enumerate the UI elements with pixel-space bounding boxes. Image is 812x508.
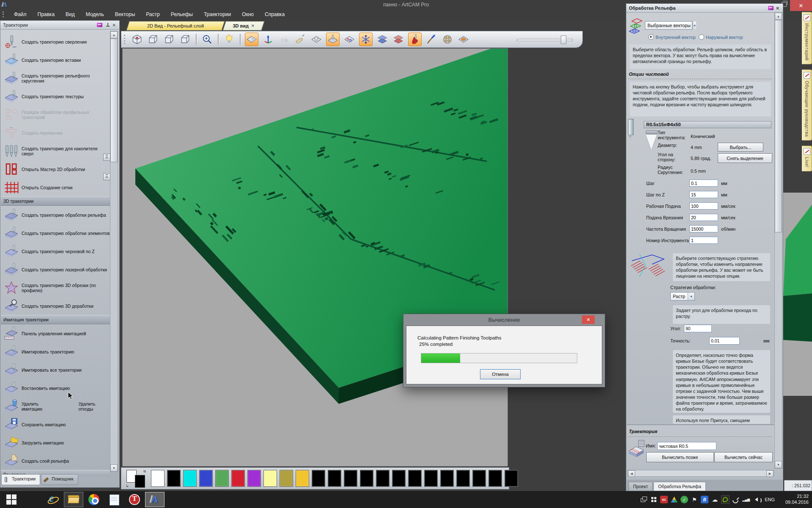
left-panel-item[interactable]: Создать траекторию 3D обрезки (по профил… <box>1 279 110 297</box>
tray-icon[interactable] <box>732 496 740 503</box>
palette-swatch[interactable] <box>167 470 181 487</box>
calculate-later-button[interactable]: Вычислить позже <box>646 452 714 462</box>
palette-swatch[interactable] <box>360 470 373 487</box>
cancel-button[interactable]: Отмена <box>480 369 521 379</box>
palette-swatch[interactable] <box>392 470 406 487</box>
scroll-up-icon[interactable]: ▲ <box>110 31 118 39</box>
slider-thumb[interactable] <box>561 36 566 44</box>
toolbar-button[interactable] <box>310 33 323 46</box>
close-window-button[interactable]: ✕ <box>790 0 812 11</box>
side-tab[interactable]: Live! <box>802 146 812 171</box>
pin-icon[interactable] <box>106 22 110 28</box>
palette-swatch[interactable] <box>247 470 261 487</box>
palette-swatch[interactable] <box>440 470 454 487</box>
toolbar-button[interactable] <box>343 33 356 46</box>
left-panel-item[interactable]: 3D траектории <box>1 196 110 206</box>
palette-swatch[interactable] <box>344 470 357 487</box>
menu-item[interactable]: Модель <box>80 11 110 17</box>
palette-swatch[interactable] <box>231 470 245 487</box>
param-input[interactable] <box>689 179 718 187</box>
panel-tab[interactable]: Помощник <box>41 474 78 485</box>
toolbar-button[interactable] <box>441 33 454 46</box>
quick-a-button[interactable]: A <box>103 173 110 180</box>
assistant-tab[interactable]: Обработка Рельефа <box>653 482 706 491</box>
scroll-right-icon[interactable]: ▶ <box>766 470 774 477</box>
toolbar-button[interactable] <box>408 33 422 46</box>
left-panel-item[interactable]: Имитация траектории <box>1 315 110 324</box>
language-indicator[interactable]: ENG <box>765 497 775 502</box>
left-panel-item[interactable]: Имитировать все траектории <box>1 361 110 379</box>
toolbar-button[interactable] <box>457 33 470 46</box>
light-intensity-slider[interactable] <box>517 36 573 43</box>
primary-secondary-colours[interactable]: ⧉ ↳ <box>126 469 146 487</box>
toolbar-button[interactable] <box>163 33 176 46</box>
taskbar-app-button[interactable] <box>104 492 124 507</box>
right-panel-scrollbar[interactable]: ▲ ▼ <box>774 12 782 469</box>
palette-swatch[interactable] <box>183 470 197 487</box>
tray-icon[interactable] <box>650 496 658 503</box>
palette-swatch[interactable] <box>472 470 486 487</box>
left-panel-item[interactable]: Создать слой рельефа <box>1 452 110 470</box>
left-panel-item[interactable]: Порядок обработки профильных траекторий <box>1 105 110 124</box>
toolbar-button[interactable] <box>294 33 307 46</box>
swap-colours-icon[interactable]: ↳ <box>126 484 129 488</box>
param-input[interactable] <box>689 191 718 198</box>
palette-swatch[interactable] <box>424 470 438 487</box>
param-input[interactable] <box>689 225 718 232</box>
palette-swatch[interactable] <box>215 470 229 487</box>
close-tab-icon[interactable]: ✕ <box>251 24 255 28</box>
left-panel-item[interactable]: Создать траекторию рельефного скругления <box>1 69 110 87</box>
param-input[interactable] <box>689 214 718 221</box>
left-panel-item[interactable]: Открыть Мастер 2D обработки <box>1 160 110 178</box>
left-panel-scrollbar[interactable]: ▲ ▼ <box>110 31 118 472</box>
toolbar-button[interactable] <box>262 33 274 46</box>
toolbar-button[interactable] <box>245 33 258 46</box>
toolbar-button[interactable] <box>326 33 340 46</box>
toolbar-button[interactable] <box>278 33 291 46</box>
panel-tab[interactable]: Траектории <box>1 474 40 485</box>
menu-item[interactable]: Вид <box>60 11 80 17</box>
toolbar-button[interactable] <box>223 33 236 46</box>
toolbar-button[interactable] <box>359 33 373 46</box>
palette-swatch[interactable] <box>328 470 341 487</box>
palette-swatch[interactable] <box>376 470 390 487</box>
select-tool-button[interactable]: Выбрать... <box>718 143 763 152</box>
tray-icon[interactable] <box>752 496 760 503</box>
left-panel-item[interactable]: Удалить имитацию Удалить отходы <box>1 397 110 415</box>
left-panel-item[interactable]: Создать траекторию обработки рельефа <box>1 206 110 224</box>
left-panel-item[interactable]: Создать траекторию вставки <box>1 51 110 69</box>
palette-swatch[interactable] <box>505 470 518 487</box>
tray-icon[interactable] <box>691 496 698 503</box>
right-panel-hscrollbar[interactable]: ◀ ▶ <box>628 470 774 477</box>
left-panel-item[interactable]: Создать траекторию 3D доработки <box>1 297 110 315</box>
side-tab[interactable]: Обучающие руководства <box>802 69 812 141</box>
left-panel-item[interactable]: Сохранить имитацию <box>1 415 110 433</box>
palette-swatch[interactable] <box>280 470 293 487</box>
left-panel-item[interactable]: Создать траекторию лазерной обработки <box>1 260 110 279</box>
menu-item[interactable]: Файл <box>8 11 32 17</box>
left-panel-item[interactable]: Открыть Создание сетки <box>1 178 110 196</box>
assistant-tab[interactable]: Проект <box>628 482 653 491</box>
menu-item[interactable]: Справка <box>259 11 290 17</box>
side-tab[interactable]: Инструментарий <box>802 12 812 64</box>
palette-swatch[interactable] <box>296 470 309 487</box>
tray-icon[interactable] <box>701 496 708 503</box>
menu-item[interactable]: Траектории <box>198 11 236 17</box>
dialog-close-button[interactable]: ✕ <box>582 315 595 324</box>
palette-swatch[interactable] <box>151 470 165 487</box>
toolbar-button[interactable] <box>179 33 192 46</box>
tab-3d-view[interactable]: 3D вид✕ <box>222 21 264 30</box>
left-panel-item[interactable]: Панель управления имитацией <box>1 324 110 342</box>
taskbar-app-button[interactable] <box>84 492 104 507</box>
taskbar-app-button[interactable] <box>44 492 63 507</box>
quick-a-button[interactable]: A <box>103 154 110 161</box>
left-panel-item[interactable]: Создать траекторию сверления <box>1 33 110 51</box>
tray-icon[interactable] <box>640 496 647 503</box>
left-panel-item[interactable]: Востановить имитацию <box>1 379 110 397</box>
palette-swatch[interactable] <box>199 470 213 487</box>
scroll-left-icon[interactable]: ◀ <box>628 470 635 477</box>
toolbar-button[interactable] <box>392 33 405 46</box>
tray-icon[interactable] <box>670 496 678 503</box>
tray-icon[interactable] <box>711 496 719 503</box>
tab-2d-view[interactable]: 2D Вид - Рельефный слой <box>126 21 225 30</box>
